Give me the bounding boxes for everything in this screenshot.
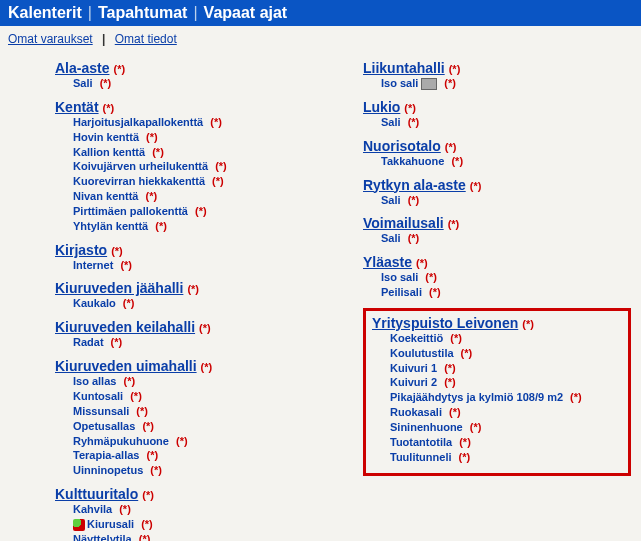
item-label[interactable]: Harjoitusjalkapallokenttä	[73, 116, 203, 128]
item-label[interactable]: Kuivuri 1	[390, 362, 437, 374]
item-label[interactable]: Tuotantotila	[390, 436, 452, 448]
group-title-link[interactable]: Ala-aste	[55, 60, 109, 76]
group-title-link[interactable]: Kentät	[55, 99, 99, 115]
marker: (*)	[136, 533, 151, 541]
marker: (*)	[422, 271, 437, 283]
item-label[interactable]: Kuorevirran hiekkakenttä	[73, 175, 205, 187]
marker: (*)	[143, 131, 158, 143]
list-item: Kuorevirran hiekkakenttä (*)	[73, 174, 323, 189]
marker: (*)	[149, 146, 164, 158]
item-label[interactable]: Kahvila	[73, 503, 112, 515]
item-label[interactable]: Iso allas	[73, 375, 116, 387]
group-title-link[interactable]: Kiuruveden uimahalli	[55, 358, 197, 374]
top-nav: Kalenterit | Tapahtumat | Vapaat ajat	[0, 0, 641, 26]
nav-freetimes[interactable]: Vapaat ajat	[204, 4, 288, 22]
marker: (*)	[120, 375, 135, 387]
item-label[interactable]: Kallion kenttä	[73, 146, 145, 158]
item-label[interactable]: Missunsali	[73, 405, 129, 417]
item-label[interactable]: Koekeittiö	[390, 332, 443, 344]
item-label[interactable]: Iso sali	[381, 77, 418, 89]
nav-calendars[interactable]: Kalenterit	[8, 4, 82, 22]
item-label[interactable]: Radat	[73, 336, 104, 348]
item-label[interactable]: Uinninopetus	[73, 464, 143, 476]
list-item: Internet (*)	[73, 258, 323, 273]
marker: (*)	[117, 259, 132, 271]
marker: (*)	[426, 286, 441, 298]
item-label[interactable]: Näyttelytila	[73, 533, 132, 541]
item-label[interactable]: Takkahuone	[381, 155, 444, 167]
item-label[interactable]: Terapia-allas	[73, 449, 139, 461]
marker: (*)	[447, 332, 462, 344]
group-title-link[interactable]: Nuorisotalo	[363, 138, 441, 154]
group-title-link[interactable]: Rytkyn ala-aste	[363, 177, 466, 193]
list-item: Iso sali (*)	[381, 270, 631, 285]
list-item: Ryhmäpukuhuone (*)	[73, 434, 323, 449]
link-own-info[interactable]: Omat tiedot	[115, 32, 177, 46]
link-own-bookings[interactable]: Omat varaukset	[8, 32, 93, 46]
nav-events[interactable]: Tapahtumat	[98, 4, 187, 22]
marker: (*)	[120, 297, 135, 309]
list-item: Sali (*)	[381, 115, 631, 130]
marker: (*)	[522, 318, 534, 330]
marker: (*)	[445, 141, 457, 153]
marker: (*)	[212, 160, 227, 172]
item-label[interactable]: Iso sali	[381, 271, 418, 283]
group-title-link[interactable]: Kulttuuritalo	[55, 486, 138, 502]
item-label[interactable]: Kaukalo	[73, 297, 116, 309]
list-item: Pikajäähdytys ja kylmiö 108/9 m2 (*)	[390, 390, 622, 405]
item-label[interactable]: Sali	[73, 77, 93, 89]
item-label[interactable]: Sininenhuone	[390, 421, 463, 433]
items: Radat (*)	[55, 335, 323, 350]
list-item: Hovin kenttä (*)	[73, 130, 323, 145]
item-label[interactable]: Pikajäähdytys ja kylmiö 108/9 m2	[390, 391, 563, 403]
items: Sali (*)	[363, 193, 631, 208]
marker: (*)	[139, 420, 154, 432]
item-label[interactable]: Sali	[381, 232, 401, 244]
group-title-link[interactable]: Kirjasto	[55, 242, 107, 258]
item-label[interactable]: Internet	[73, 259, 113, 271]
list-item: Kuivuri 2 (*)	[390, 375, 622, 390]
marker: (*)	[404, 102, 416, 114]
marker: (*)	[192, 205, 207, 217]
list-item: Sininenhuone (*)	[390, 420, 622, 435]
list-item: Opetusallas (*)	[73, 419, 323, 434]
group-title-link[interactable]: Liikuntahalli	[363, 60, 445, 76]
item-label[interactable]: Tuulitunneli	[390, 451, 452, 463]
list-item: Harjoitusjalkapallokenttä (*)	[73, 115, 323, 130]
item-label[interactable]: Kuivuri 2	[390, 376, 437, 388]
item-label[interactable]: Peilisali	[381, 286, 422, 298]
item-label[interactable]: Pirttimäen pallokenttä	[73, 205, 188, 217]
group-title-link[interactable]: Yläaste	[363, 254, 412, 270]
list-item: Yhtylän kenttä (*)	[73, 219, 323, 234]
group-title-link[interactable]: Voimailusali	[363, 215, 444, 231]
marker: (*)	[97, 77, 112, 89]
item-label[interactable]: Nivan kenttä	[73, 190, 138, 202]
group: Kiuruveden uimahalli(*)Iso allas (*)Kunt…	[55, 358, 323, 478]
item-label[interactable]: Koulutustila	[390, 347, 454, 359]
item-label[interactable]: Hovin kenttä	[73, 131, 139, 143]
item-label[interactable]: Sali	[381, 194, 401, 206]
list-item: Koulutustila (*)	[390, 346, 622, 361]
item-label[interactable]: Kiurusali	[87, 518, 134, 530]
items: Kahvila (*)Kiurusali (*)Näyttelytila (*)	[55, 502, 323, 541]
item-label[interactable]: Sali	[381, 116, 401, 128]
list-item: Sali (*)	[73, 76, 323, 91]
marker: (*)	[405, 194, 420, 206]
group-title-link[interactable]: Yrityspuisto Leivonen	[372, 315, 518, 331]
marker: (*)	[187, 283, 199, 295]
marker: (*)	[111, 245, 123, 257]
group: Liikuntahalli(*)Iso sali (*)	[363, 60, 631, 91]
item-label[interactable]: Kuntosali	[73, 390, 123, 402]
item-label[interactable]: Koivujärven urheilukenttä	[73, 160, 208, 172]
item-label[interactable]: Ruokasali	[390, 406, 442, 418]
marker: (*)	[405, 116, 420, 128]
item-label[interactable]: Ryhmäpukuhuone	[73, 435, 169, 447]
items: Koekeittiö (*)Koulutustila (*)Kuivuri 1 …	[372, 331, 622, 465]
marker: (*)	[456, 436, 471, 448]
group-title-link[interactable]: Kiuruveden keilahalli	[55, 319, 195, 335]
group: Kulttuuritalo(*)Kahvila (*)Kiurusali (*)…	[55, 486, 323, 541]
group-title-link[interactable]: Kiuruveden jäähalli	[55, 280, 183, 296]
item-label[interactable]: Yhtylän kenttä	[73, 220, 148, 232]
group-title-link[interactable]: Lukio	[363, 99, 400, 115]
item-label[interactable]: Opetusallas	[73, 420, 135, 432]
